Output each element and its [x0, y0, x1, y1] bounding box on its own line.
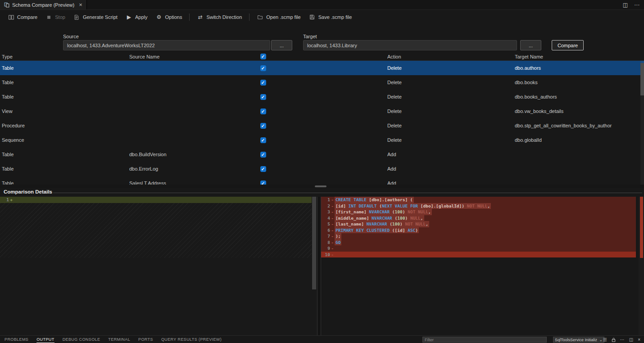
row-target-name: [515, 176, 642, 185]
lock-icon[interactable]: [612, 338, 616, 342]
close-panel-icon[interactable]: ×: [638, 337, 640, 342]
row-action: Delete: [387, 118, 509, 133]
row-include-checkbox[interactable]: ✓: [260, 181, 266, 185]
save-scmp-button[interactable]: Save .scmp file: [305, 12, 356, 23]
sash-grip[interactable]: [315, 185, 327, 187]
apply-button[interactable]: ▶ Apply: [122, 12, 152, 23]
row-include-checkbox[interactable]: ✓: [260, 108, 266, 114]
details-divider: [53, 193, 642, 193]
split-panel-icon[interactable]: ◫: [629, 337, 633, 342]
table-row[interactable]: Table✓Deletedbo.books: [0, 75, 644, 90]
target-connection-input[interactable]: [303, 40, 517, 50]
table-row[interactable]: Tabledbo.ErrorLog✓Add: [0, 162, 644, 176]
list-icon[interactable]: ☰: [603, 337, 607, 342]
table-row[interactable]: TableSalesLT.Address✓Add: [0, 176, 644, 185]
compare-toolbar-button[interactable]: Compare: [4, 12, 41, 23]
table-row[interactable]: Table✓Deletedbo.books_authors: [0, 90, 644, 104]
row-action: Delete: [387, 90, 509, 104]
check-icon: ✓: [261, 54, 265, 59]
gear-icon: ⚙: [155, 14, 162, 21]
layout-icon[interactable]: ◫: [623, 2, 628, 8]
panel-more-actions-icon[interactable]: ⋯: [620, 337, 625, 342]
right-code-line: 6-PRIMARY KEY CLUSTERED ([id] ASC): [321, 227, 636, 234]
compare-icon: [8, 14, 14, 21]
open-scmp-button[interactable]: Open .scmp file: [253, 12, 304, 23]
panel-tab[interactable]: OUTPUT: [36, 336, 54, 343]
tab-close-icon[interactable]: ×: [79, 1, 82, 8]
column-header-action[interactable]: Action: [387, 53, 509, 60]
switch-direction-button[interactable]: ⇄ Switch Direction: [193, 12, 246, 23]
row-include-checkbox[interactable]: ✓: [260, 94, 266, 100]
bottom-panel-bar: PROBLEMSOUTPUTDEBUG CONSOLETERMINALPORTS…: [0, 335, 644, 343]
row-source-name: SalesLT.Address: [129, 176, 255, 185]
row-include-checkbox[interactable]: ✓: [260, 166, 266, 172]
row-source-name: dbo.BuildVersion: [129, 147, 255, 162]
script-icon: [73, 14, 80, 21]
row-type: Sequence: [2, 133, 123, 147]
more-actions-icon[interactable]: ⋯: [634, 2, 639, 8]
table-row[interactable]: Procedure✓Deletedbo.stp_get_all_cowritte…: [0, 118, 644, 133]
source-pane-scrollbar[interactable]: [312, 197, 316, 289]
stop-icon: [45, 14, 52, 21]
compare-label: Compare: [17, 14, 37, 20]
editor-tab-schema-compare[interactable]: Schema Compare (Preview) ×: [0, 0, 87, 9]
output-channel-select[interactable]: SqlToolsService Initializ ⌄: [553, 337, 604, 343]
output-filter-input[interactable]: [422, 337, 547, 343]
panel-tab[interactable]: TERMINAL: [108, 336, 130, 343]
row-type: Table: [2, 162, 123, 176]
table-row[interactable]: Sequence✓Deletedbo.globalId: [0, 133, 644, 147]
column-header-target-name[interactable]: Target Name: [515, 53, 642, 60]
right-code-line: 3-[first_name] NVARCHAR (100) NOT NULL,: [321, 209, 636, 215]
table-row[interactable]: Tabledbo.BuildVersion✓Add: [0, 147, 644, 162]
panel-tab[interactable]: PROBLEMS: [5, 336, 28, 343]
row-source-name: [129, 104, 255, 118]
source-browse-button[interactable]: ...: [271, 40, 292, 50]
right-code-line: 1-CREATE TABLE [dbo].[authors] (: [321, 197, 636, 203]
column-header-type[interactable]: Type: [2, 53, 123, 60]
right-code-line: 2-[id] INT DEFAULT (NEXT VALUE FOR [dbo]…: [321, 203, 636, 209]
row-action: Add: [387, 176, 509, 185]
overview-ruler-removed-marker: [640, 197, 643, 258]
panel-tab[interactable]: DEBUG CONSOLE: [63, 336, 100, 343]
row-action: Delete: [387, 104, 509, 118]
diff-source-pane[interactable]: 1+: [0, 197, 317, 335]
schema-compare-toolbar: Compare Stop Generate Script ▶ Apply ⚙ O…: [0, 10, 644, 24]
panel-resize-sash[interactable]: [0, 185, 644, 188]
stop-button[interactable]: Stop: [41, 12, 69, 23]
row-type: Table: [2, 90, 123, 104]
right-code-line: 9-: [321, 245, 636, 252]
generate-script-label: Generate Script: [83, 14, 118, 20]
switch-direction-label: Switch Direction: [206, 14, 242, 20]
row-source-name: [129, 118, 255, 133]
compare-action-button[interactable]: Compare: [552, 40, 584, 50]
row-target-name: [515, 162, 642, 176]
panel-tab[interactable]: PORTS: [138, 336, 153, 343]
target-browse-button[interactable]: ...: [520, 40, 541, 50]
select-all-checkbox[interactable]: ✓: [260, 54, 266, 59]
table-row[interactable]: View✓Deletedbo.vw_books_details: [0, 104, 644, 118]
options-button[interactable]: ⚙ Options: [151, 12, 186, 23]
table-row[interactable]: Table✓Deletedbo.authors: [0, 61, 644, 75]
row-include-checkbox[interactable]: ✓: [260, 80, 266, 86]
row-action: Delete: [387, 61, 509, 75]
row-include-checkbox[interactable]: ✓: [260, 137, 266, 143]
right-code-line: 10-: [321, 252, 636, 258]
diff-target-pane[interactable]: 1-CREATE TABLE [dbo].[authors] (2-[id] I…: [321, 197, 644, 335]
details-header: Comparison Details: [0, 188, 644, 197]
row-type: Table: [2, 176, 123, 185]
panel-tabs: PROBLEMSOUTPUTDEBUG CONSOLETERMINALPORTS…: [5, 336, 222, 343]
source-connection-input[interactable]: [63, 40, 270, 50]
panel-tab[interactable]: QUERY RESULTS (PREVIEW): [161, 336, 222, 343]
row-action: Add: [387, 147, 509, 162]
grid-scrollbar-handle[interactable]: [640, 63, 644, 95]
column-header-source-name[interactable]: Source Name: [129, 53, 255, 60]
options-label: Options: [165, 14, 182, 20]
diff-pane-divider[interactable]: [317, 197, 321, 335]
row-include-checkbox[interactable]: ✓: [260, 152, 266, 158]
row-type: Procedure: [2, 118, 123, 133]
generate-script-button[interactable]: Generate Script: [69, 12, 122, 23]
row-type: View: [2, 104, 123, 118]
row-include-checkbox[interactable]: ✓: [260, 123, 266, 129]
play-icon: ▶: [126, 14, 132, 21]
row-include-checkbox[interactable]: ✓: [260, 65, 266, 71]
